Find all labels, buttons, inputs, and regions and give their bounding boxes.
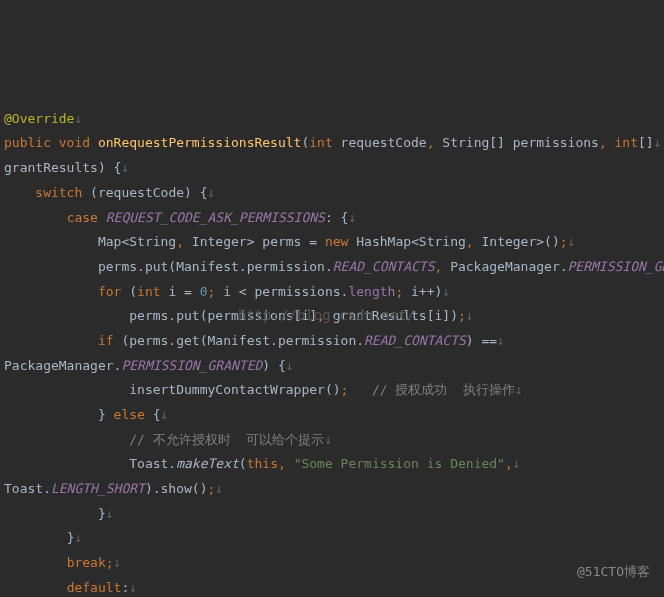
keyword-this: this (247, 456, 278, 471)
line-end-marker: ↓ (215, 481, 223, 496)
keyword-new: new (325, 234, 348, 249)
code-editor: @Override↓ public void onRequestPermissi… (4, 107, 660, 597)
expr: i++) (411, 284, 442, 299)
line-end-marker: ↓ (515, 382, 523, 397)
keyword-case: case (67, 210, 98, 225)
class-ref: Toast. (129, 456, 176, 471)
keyword-int: int (309, 135, 332, 150)
comment: // 授权成功 执行操作 (372, 382, 515, 397)
keyword-else: else (114, 407, 145, 422)
line-end-marker: ↓ (208, 185, 216, 200)
keyword-void: void (59, 135, 90, 150)
number: 0 (200, 284, 208, 299)
line-end-marker: ↓ (497, 333, 505, 348)
line-end-marker: ↓ (74, 111, 82, 126)
type: Map<String (98, 234, 176, 249)
class-ref: Toast. (4, 481, 51, 496)
line-end-marker: ↓ (568, 234, 576, 249)
expr: i < permissions. (223, 284, 348, 299)
line-end-marker: ↓ (161, 407, 169, 422)
line-end-marker: ↓ (106, 506, 114, 521)
keyword-for: for (98, 284, 121, 299)
line-end-marker: ↓ (654, 135, 662, 150)
keyword-int: int (137, 284, 160, 299)
type: Integer> (192, 234, 255, 249)
line-end-marker: ↓ (286, 358, 294, 373)
string-literal: "Some Permission is Denied" (294, 456, 505, 471)
line-end-marker: ↓ (324, 432, 332, 447)
keyword-if: if (98, 333, 114, 348)
type: HashMap<String (356, 234, 466, 249)
param: requestCode (341, 135, 427, 150)
call: (perms.get(Manifest.permission. (121, 333, 364, 348)
call: perms.put(Manifest.permission. (98, 259, 333, 274)
line-end-marker: ↓ (121, 160, 129, 175)
method-name: onRequestPermissionsResult (98, 135, 302, 150)
comment: // 不允许授权时 可以给个提示 (129, 432, 324, 447)
keyword-default: default (67, 580, 122, 595)
class-ref: PackageManager. (450, 259, 567, 274)
constant: LENGTH_SHORT (51, 481, 145, 496)
constant: REQUEST_CODE_ASK_PERMISSIONS (106, 210, 325, 225)
field: length (348, 284, 395, 299)
keyword-public: public (4, 135, 51, 150)
constant: PERMISSION_GRANTED (121, 358, 262, 373)
constant: READ_CONTACTS (333, 259, 435, 274)
line-end-marker: ↓ (442, 284, 450, 299)
param: grantResults (4, 160, 98, 175)
type: String[] (442, 135, 505, 150)
constant: READ_CONTACTS (364, 333, 466, 348)
line-end-marker: ↓ (513, 456, 521, 471)
expr: grantResults[i]) (333, 308, 458, 323)
keyword-break: break (67, 555, 106, 570)
annotation: @Override (4, 111, 74, 126)
keyword-int: int (615, 135, 638, 150)
constant: PERMISSION_GRANTED (568, 259, 664, 274)
line-end-marker: ↓ (114, 555, 122, 570)
call: perms.put(permissions[i] (129, 308, 317, 323)
call: ).show() (145, 481, 208, 496)
call: insertDummyContactWrapper() (129, 382, 340, 397)
line-end-marker: ↓ (129, 580, 137, 595)
static-method: makeText (176, 456, 239, 471)
line-end-marker: ↓ (74, 530, 82, 545)
line-end-marker: ↓ (348, 210, 356, 225)
keyword-switch: switch (35, 185, 82, 200)
class-ref: PackageManager. (4, 358, 121, 373)
param: permissions (513, 135, 599, 150)
line-end-marker: ↓ (466, 308, 474, 323)
